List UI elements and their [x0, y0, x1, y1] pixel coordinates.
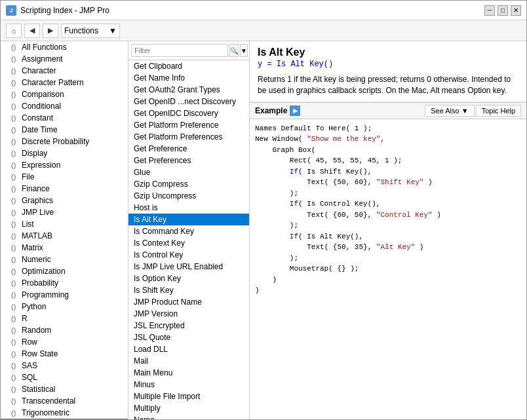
func-item-is-command-key[interactable]: Is Command Key: [128, 225, 249, 237]
sidebar-item-list[interactable]: ()List: [1, 218, 128, 230]
sidebar-item-expression[interactable]: ()Expression: [1, 159, 128, 171]
func-item-minus[interactable]: Minus: [128, 379, 249, 391]
func-item-multiply[interactable]: Multiply: [128, 402, 249, 414]
func-item-is-control-key[interactable]: Is Control Key: [128, 249, 249, 261]
sidebar-item-conditional[interactable]: ()Conditional: [1, 100, 128, 112]
sidebar-item-statistical[interactable]: ()Statistical: [1, 383, 128, 395]
category-prefix-transcendental: (): [11, 397, 19, 405]
sidebar-item-graphics[interactable]: ()Graphics: [1, 195, 128, 206]
sidebar-item-numeric[interactable]: ()Numeric: [1, 254, 128, 265]
sidebar-item-date-time[interactable]: ()Date Time: [1, 124, 128, 136]
func-item-get-name-info[interactable]: Get Name Info: [128, 72, 249, 84]
sidebar-item-sql[interactable]: ()SQL: [1, 372, 128, 383]
category-label-optimization: Optimization: [22, 267, 66, 276]
functions-dropdown[interactable]: Functions ▼: [61, 24, 120, 38]
func-item-load-dll[interactable]: Load DLL: [128, 343, 249, 355]
see-also-button[interactable]: See Also ▼: [425, 105, 474, 117]
topic-help-button[interactable]: Topic Help: [476, 105, 521, 117]
sidebar-item-matlab[interactable]: ()MATLAB: [1, 230, 128, 242]
sidebar-item-file[interactable]: ()File: [1, 171, 128, 183]
category-prefix-sql: (): [11, 373, 19, 381]
func-item-get-openid-connect[interactable]: Get OpenID ...nect Discovery: [128, 96, 249, 107]
detail-panel: Is Alt Key y = Is Alt Key() Returns 1 if…: [250, 41, 526, 419]
func-item-gzip-uncompress[interactable]: Gzip Uncompress: [128, 190, 249, 202]
categories-panel: ()All Functions()Assignment()Character()…: [1, 41, 128, 419]
func-item-get-preferences[interactable]: Get Preferences: [128, 155, 249, 166]
func-item-is-context-key[interactable]: Is Context Key: [128, 237, 249, 249]
play-icon[interactable]: ▶: [290, 105, 300, 116]
sidebar-item-python[interactable]: ()Python: [1, 301, 128, 313]
title-bar-controls[interactable]: ─ □ ✕: [484, 5, 521, 16]
code-line: );: [255, 253, 521, 264]
func-item-jsl-encrypted[interactable]: JSL Encrypted: [128, 320, 249, 332]
category-label-character: Character: [22, 66, 56, 75]
func-item-get-platform-prefs[interactable]: Get Platform Preferences: [128, 131, 249, 143]
example-buttons: See Also ▼ Topic Help: [425, 105, 521, 117]
category-prefix-optimization: (): [11, 267, 19, 275]
sidebar-item-all[interactable]: ()All Functions: [1, 41, 128, 53]
sidebar-item-character[interactable]: ()Character: [1, 65, 128, 77]
func-item-is-alt-key[interactable]: Is Alt Key: [128, 214, 249, 225]
sidebar-item-constant[interactable]: ()Constant: [1, 112, 128, 124]
sidebar-item-finance[interactable]: ()Finance: [1, 183, 128, 195]
func-item-get-platform-pref[interactable]: Get Platform Preference: [128, 119, 249, 131]
func-item-main-menu[interactable]: Main Menu: [128, 367, 249, 379]
filter-input[interactable]: [131, 44, 228, 57]
func-item-is-option-key[interactable]: Is Option Key: [128, 273, 249, 284]
sidebar-item-probability[interactable]: ()Probability: [1, 277, 128, 289]
code-line: If( Is Control Key(),: [255, 199, 521, 210]
back-button[interactable]: ◀: [24, 24, 40, 38]
filter-dropdown-button[interactable]: ▼: [240, 44, 248, 57]
func-item-gzip-compress[interactable]: Gzip Compress: [128, 178, 249, 190]
sidebar-item-r[interactable]: ()R: [1, 313, 128, 324]
sidebar-item-optimization[interactable]: ()Optimization: [1, 265, 128, 277]
sidebar-item-sas[interactable]: ()SAS: [1, 360, 128, 372]
sidebar-item-random[interactable]: ()Random: [1, 324, 128, 336]
category-prefix-jmp-live: (): [11, 208, 19, 216]
sidebar-item-jmp-live[interactable]: ()JMP Live: [1, 206, 128, 218]
sidebar-item-display[interactable]: ()Display: [1, 147, 128, 159]
func-item-host-is[interactable]: Host is: [128, 202, 249, 214]
func-item-get-clipboard[interactable]: Get Clipboard: [128, 60, 249, 72]
window-title: Scripting Index - JMP Pro: [20, 6, 109, 15]
sidebar-item-trigonometric[interactable]: ()Trigonometric: [1, 407, 128, 419]
func-item-multiple-file-import[interactable]: Multiple File Import: [128, 391, 249, 402]
func-item-is-jmp-live-url[interactable]: Is JMP Live URL Enabled: [128, 261, 249, 273]
code-line: Mousetrap( {} );: [255, 263, 521, 275]
func-item-get-openidc-discovery[interactable]: Get OpenIDC Discovery: [128, 107, 249, 119]
category-prefix-list: (): [11, 220, 19, 228]
func-item-jmp-version[interactable]: JMP Version: [128, 308, 249, 320]
func-item-is-shift-key[interactable]: Is Shift Key: [128, 284, 249, 296]
minimize-button[interactable]: ─: [484, 5, 495, 16]
sidebar-item-utility[interactable]: ()Utility: [1, 419, 128, 419]
sidebar-item-character-pattern[interactable]: ()Character Pattern: [1, 77, 128, 88]
func-item-jsl-quote[interactable]: JSL Quote: [128, 332, 249, 343]
sidebar-item-transcendental[interactable]: ()Transcendental: [1, 395, 128, 407]
category-prefix-statistical: (): [11, 385, 19, 393]
sidebar-item-matrix[interactable]: ()Matrix: [1, 242, 128, 254]
sidebar-item-discrete-probability[interactable]: ()Discrete Probability: [1, 136, 128, 147]
category-label-statistical: Statistical: [22, 385, 55, 394]
maximize-button[interactable]: □: [498, 5, 508, 16]
func-item-mail[interactable]: Mail: [128, 355, 249, 367]
sidebar-item-programming[interactable]: ()Programming: [1, 289, 128, 301]
category-prefix-matrix: (): [11, 244, 19, 252]
func-item-glue[interactable]: Glue: [128, 166, 249, 178]
sidebar-item-assignment[interactable]: ()Assignment: [1, 53, 128, 65]
category-label-sas: SAS: [22, 361, 37, 370]
home-button[interactable]: ⌂: [6, 24, 22, 38]
func-item-jmp-product-name[interactable]: JMP Product Name: [128, 296, 249, 308]
sidebar-item-row-state[interactable]: ()Row State: [1, 348, 128, 360]
category-label-probability: Probability: [22, 278, 58, 288]
func-item-name[interactable]: Name: [128, 414, 249, 419]
close-button[interactable]: ✕: [511, 5, 521, 16]
forward-button[interactable]: ▶: [43, 24, 58, 38]
func-item-get-preference[interactable]: Get Preference: [128, 143, 249, 155]
search-icon[interactable]: 🔍: [229, 44, 239, 57]
func-item-get-oauth2-grant[interactable]: Get OAuth2 Grant Types: [128, 84, 249, 96]
category-prefix-finance: (): [11, 185, 19, 193]
sidebar-item-row[interactable]: ()Row: [1, 336, 128, 348]
category-label-matlab: MATLAB: [22, 231, 52, 240]
dropdown-label: Functions: [64, 26, 98, 35]
sidebar-item-comparison[interactable]: ()Comparison: [1, 88, 128, 100]
